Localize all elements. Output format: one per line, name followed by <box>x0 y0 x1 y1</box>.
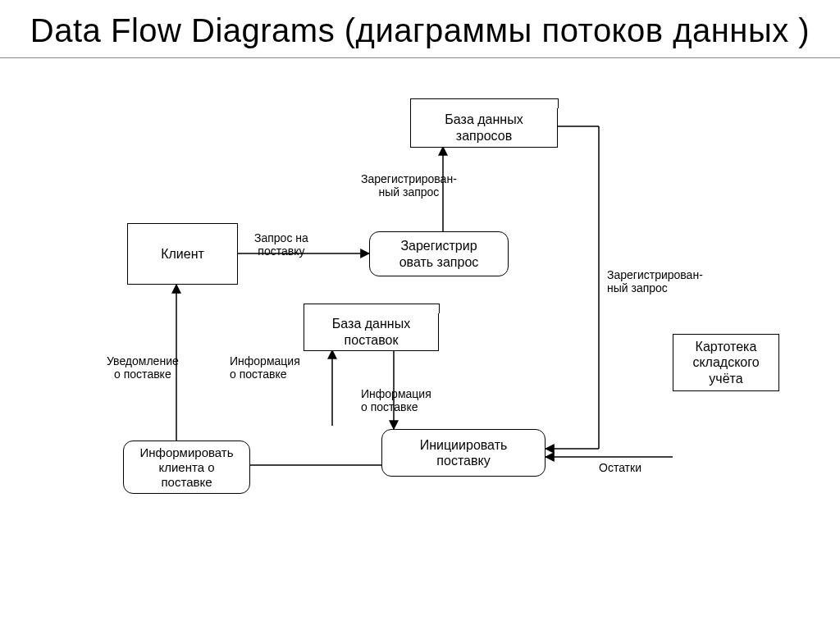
flow-label-registered-request-up: Зарегистрирован- ный запрос <box>361 172 457 199</box>
entity-client: Клиент <box>127 223 238 285</box>
flow-label-info-shipment-down: Информация о поставке <box>361 387 431 413</box>
entity-stock-card: Картотека складского учёта <box>673 334 779 391</box>
flow-label-request-for-shipment: Запрос на поставку <box>254 231 308 258</box>
diagram-canvas: Клиент База данных запросов Зарегистрир … <box>0 63 840 588</box>
process-init-shipment-label: Инициировать поставку <box>420 437 508 468</box>
store-db-shipments-label: База данных поставок <box>332 316 410 347</box>
process-inform-client-label: Информировать клиента о поставке <box>140 445 234 490</box>
process-register-request-label: Зарегистрир овать запрос <box>399 238 479 269</box>
flow-label-registered-request-right: Зарегистрирован- ный запрос <box>607 268 703 294</box>
store-db-requests-label: База данных запросов <box>445 112 523 143</box>
process-init-shipment: Инициировать поставку <box>381 429 546 477</box>
entity-client-label: Клиент <box>161 246 204 262</box>
divider <box>0 57 840 58</box>
store-db-shipments: База данных поставок <box>304 313 439 351</box>
flow-label-leftovers: Остатки <box>599 461 641 474</box>
flow-label-info-shipment-up: Информация о поставке <box>230 354 300 381</box>
entity-stock-card-label: Картотека складского учёта <box>692 339 759 386</box>
flow-label-notify-shipment: Уведомление о поставке <box>107 354 179 381</box>
store-db-requests: База данных запросов <box>410 108 558 148</box>
page-title: Data Flow Diagrams (диаграммы потоков да… <box>0 0 840 57</box>
process-register-request: Зарегистрир овать запрос <box>369 231 509 276</box>
process-inform-client: Информировать клиента о поставке <box>123 441 250 494</box>
